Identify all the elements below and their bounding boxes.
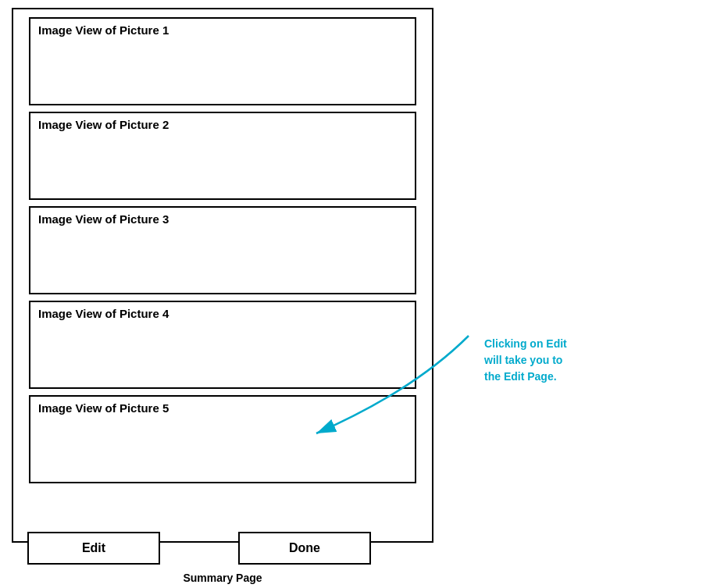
image-label-4: Image View of Picture 4 xyxy=(38,307,407,320)
edit-button[interactable]: Edit xyxy=(27,532,160,565)
annotation-line3: the Edit Page. xyxy=(484,370,557,383)
image-box-1: Image View of Picture 1 xyxy=(29,17,416,105)
done-button[interactable]: Done xyxy=(238,532,371,565)
button-row: Edit Done xyxy=(12,532,433,565)
page-label: Summary Page xyxy=(12,572,433,584)
image-label-5: Image View of Picture 5 xyxy=(38,401,407,415)
annotation-line1: Clicking on Edit xyxy=(484,337,567,350)
annotation-text: Clicking on Edit will take you to the Ed… xyxy=(484,336,567,385)
image-box-2: Image View of Picture 2 xyxy=(29,112,416,200)
image-box-3: Image View of Picture 3 xyxy=(29,206,416,294)
image-box-5: Image View of Picture 5 xyxy=(29,395,416,483)
image-label-1: Image View of Picture 1 xyxy=(38,23,407,37)
image-label-2: Image View of Picture 2 xyxy=(38,118,407,131)
main-panel: Image View of Picture 1 Image View of Pi… xyxy=(12,8,433,543)
image-box-4: Image View of Picture 4 xyxy=(29,301,416,389)
image-list: Image View of Picture 1 Image View of Pi… xyxy=(13,9,432,497)
annotation-line2: will take you to xyxy=(484,354,562,366)
image-label-3: Image View of Picture 3 xyxy=(38,212,407,226)
